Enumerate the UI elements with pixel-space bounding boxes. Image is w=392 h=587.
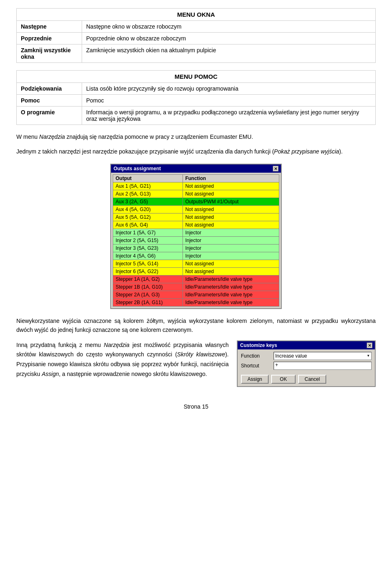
col-left: Następne xyxy=(17,21,82,33)
function-cell: Not assigned xyxy=(183,205,279,213)
function-cell: Injector xyxy=(183,244,279,252)
table-row: Zamknij wszystkie okna Zamknięcie wszyst… xyxy=(17,44,376,63)
outputs-col-header-function: Function xyxy=(183,174,279,182)
outputs-table: Output Function Aux 1 (5A, G21)Not assig… xyxy=(113,174,279,307)
page-number: Strona 15 xyxy=(16,403,376,410)
output-cell: Aux 4 (5A, G20) xyxy=(113,205,183,213)
para2-italic: Pokaż przypisane wyjścia xyxy=(274,148,339,155)
table-row: Aux 6 (5A, G4)Not assigned xyxy=(113,221,279,229)
ok-button[interactable]: OK xyxy=(271,375,296,384)
col-right: Zamknięcie wszystkich okien na aktualnym… xyxy=(82,44,376,63)
function-cell: Not assigned xyxy=(183,182,279,190)
table-row: Stepper 1B (1A, G10)Idle/Parameters/Idle… xyxy=(113,283,279,291)
table-row: Injector 5 (5A, G14)Not assigned xyxy=(113,260,279,267)
function-cell: Injector xyxy=(183,252,279,260)
outputs-dialog-content: Output Function Aux 1 (5A, G21)Not assig… xyxy=(111,173,281,308)
table-row: Aux 3 (2A, G5)Outputs/PWM #1/Output xyxy=(113,198,279,205)
outputs-col-header-output: Output xyxy=(113,174,183,182)
function-cell: Idle/Parameters/Idle valve type xyxy=(183,291,279,298)
col-left: Zamknij wszystkie okna xyxy=(17,44,82,63)
output-cell: Injector 4 (5A, G6) xyxy=(113,252,183,260)
para4-italic: Narzędzia xyxy=(104,342,129,348)
table-row: Injector 1 (5A, G7)Injector xyxy=(113,229,279,236)
outputs-dialog-wrapper: Outputs assignment ✕ Output Function Aux… xyxy=(16,164,376,309)
col-left: Poprzednie xyxy=(17,33,82,44)
output-cell: Injector 3 (5A, G23) xyxy=(113,244,183,252)
para1-text: W menu xyxy=(16,133,39,140)
table-row: Podziękowania Lista osób które przyczyni… xyxy=(17,83,376,95)
table-row: Stepper 2A (1A, G3)Idle/Parameters/Idle … xyxy=(113,291,279,298)
function-cell: Idle/Parameters/Idle valve type xyxy=(183,275,279,283)
table-row: Aux 2 (5A, G13)Not assigned xyxy=(113,190,279,198)
menu-pomoc-table: MENU POMOC Podziękowania Lista osób któr… xyxy=(16,70,376,125)
para1-rest: znajdują się narzędzia pomocne w pracy z… xyxy=(65,133,253,140)
output-cell: Aux 5 (5A, G12) xyxy=(113,213,183,221)
outputs-close-button[interactable]: ✕ xyxy=(273,166,278,171)
function-cell: Injector xyxy=(183,229,279,236)
para2-text: Jednym z takich narzędzi jest narzędzie … xyxy=(16,148,274,155)
function-label: Function xyxy=(241,353,274,359)
shortcut-row: Shortcut + xyxy=(241,362,372,370)
table-row: Aux 1 (5A, G21)Not assigned xyxy=(113,182,279,190)
function-cell: Not assigned xyxy=(183,260,279,267)
menu-okna-table: MENU OKNA Następne Następne okno w obsza… xyxy=(16,8,376,63)
para4-italic3: Assign xyxy=(42,371,59,377)
output-cell: Injector 1 (5A, G7) xyxy=(113,229,183,236)
function-cell: Not assigned xyxy=(183,267,279,275)
table-row: Aux 5 (5A, G12)Not assigned xyxy=(113,213,279,221)
para2-rest: ). xyxy=(339,148,343,155)
output-cell: Injector 2 (5A, G15) xyxy=(113,236,183,244)
bottom-section: Inną przydatną funkcją z memu Narzędzia … xyxy=(16,340,376,387)
assign-button[interactable]: Assign xyxy=(241,375,269,384)
cancel-button[interactable]: Cancel xyxy=(298,375,326,384)
function-cell: Idle/Parameters/Idle valve type xyxy=(183,283,279,291)
para4-start: Inną przydatną funkcją z memu xyxy=(16,342,104,348)
table-row: Injector 2 (5A, G15)Injector xyxy=(113,236,279,244)
col-right: Pomoc xyxy=(82,95,376,107)
output-cell: Stepper 1A (1A, G2) xyxy=(113,275,183,283)
paragraph-2: Jednym z takich narzędzi jest narzędzie … xyxy=(16,147,376,156)
table-row: Stepper 2B (1A, G11)Idle/Parameters/Idle… xyxy=(113,298,279,306)
paragraph-3: Niewykorzystane wyjścia oznaczone są kol… xyxy=(16,316,376,335)
shortcut-label: Shortcut xyxy=(241,363,274,369)
col-right: Informacja o wersji programu, a w przypa… xyxy=(82,107,376,125)
col-right: Poprzednie okno w obszarze roboczym xyxy=(82,33,376,44)
outputs-title-label: Outputs assignment xyxy=(114,166,161,171)
function-dropdown[interactable]: Increase value ▼ xyxy=(274,352,372,360)
output-cell: Aux 3 (2A, G5) xyxy=(113,198,183,205)
customize-title-label: Customize keys xyxy=(240,342,277,348)
outputs-dialog: Outputs assignment ✕ Output Function Aux… xyxy=(110,164,282,309)
output-cell: Injector 6 (5A, G22) xyxy=(113,267,183,275)
col-left: Podziękowania xyxy=(17,83,82,95)
table-row: Injector 4 (5A, G6)Injector xyxy=(113,252,279,260)
table-row: Injector 3 (5A, G23)Injector xyxy=(113,244,279,252)
col-right: Lista osób które przyczyniły się do rozw… xyxy=(82,83,376,95)
customize-close-button[interactable]: ✕ xyxy=(367,342,372,348)
col-left: O programie xyxy=(17,107,82,125)
col-left: Pomoc xyxy=(17,95,82,107)
function-cell: Not assigned xyxy=(183,221,279,229)
menu-pomoc-header: MENU POMOC xyxy=(17,71,376,83)
function-cell: Not assigned xyxy=(183,190,279,198)
para4-italic2: Skróty klawiszowe xyxy=(177,351,225,358)
table-row: O programie Informacja o wersji programu… xyxy=(17,107,376,125)
table-row: Pomoc Pomoc xyxy=(17,95,376,107)
shortcut-value: + xyxy=(275,362,278,368)
function-cell: Idle/Parameters/Idle valve type xyxy=(183,298,279,306)
table-row: Następne Następne okno w obszarze robocz… xyxy=(17,21,376,33)
paragraph-4: Inną przydatną funkcją z memu Narzędzia … xyxy=(16,340,229,379)
output-cell: Aux 1 (5A, G21) xyxy=(113,182,183,190)
output-cell: Stepper 2B (1A, G11) xyxy=(113,298,183,306)
table-row: Stepper 1A (1A, G2)Idle/Parameters/Idle … xyxy=(113,275,279,283)
para1-italic: Narzędzia xyxy=(39,133,65,140)
function-row: Function Increase value ▼ xyxy=(241,352,372,360)
function-value: Increase value xyxy=(275,353,307,359)
output-cell: Aux 2 (5A, G13) xyxy=(113,190,183,198)
outputs-dialog-title: Outputs assignment ✕ xyxy=(111,165,281,173)
shortcut-input[interactable]: + xyxy=(274,362,372,370)
dropdown-arrow-icon: ▼ xyxy=(367,354,370,358)
paragraph-1: W menu Narzędzia znajdują się narzędzia … xyxy=(16,132,376,141)
table-row: Injector 6 (5A, G22)Not assigned xyxy=(113,267,279,275)
table-row: Poprzednie Poprzednie okno w obszarze ro… xyxy=(17,33,376,44)
col-right: Następne okno w obszarze roboczym xyxy=(82,21,376,33)
